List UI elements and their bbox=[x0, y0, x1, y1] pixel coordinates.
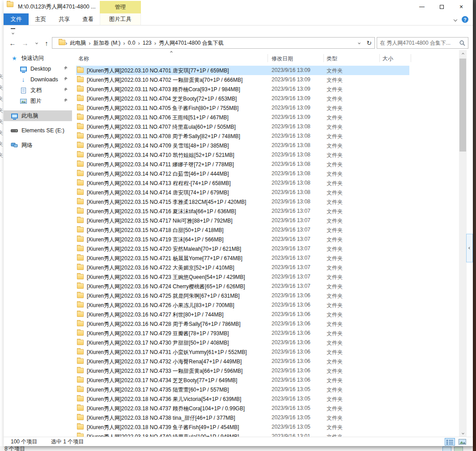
file-row[interactable]: [Xiuren秀人网]2022.03.15 NO.4715 李雅柔182CM[4… bbox=[74, 197, 459, 207]
file-row[interactable]: [Xiuren秀人网]2022.03.14 NO.4710 凯竹姐姐[52+1P… bbox=[74, 150, 459, 160]
file-row[interactable]: [Xiuren秀人网]2022.03.14 NO.4711 娜娜子呀[72+1P… bbox=[74, 160, 459, 169]
file-name: [Xiuren秀人网]2022.03.11 NO.4707 绮里嘉ula[60+… bbox=[87, 123, 267, 131]
column-header-date-modified[interactable]: 修改日期 bbox=[272, 55, 293, 63]
file-row[interactable]: [Xiuren秀人网]2022.03.15 NO.4720 安然Maleah[7… bbox=[74, 244, 459, 253]
file-row[interactable]: [Xiuren秀人网]2022.03.10 NO.4702 一颗甜蛋黄a[70+… bbox=[74, 75, 459, 84]
file-name: [Xiuren秀人网]2022.03.16 NO.4726 小果冻儿[83+1P… bbox=[87, 302, 267, 309]
file-row[interactable]: [Xiuren秀人网]2022.03.18 NO.4737 顾乔楠Cora[10… bbox=[74, 404, 459, 413]
search-input[interactable] bbox=[380, 40, 459, 46]
column-header-size[interactable]: 大小 bbox=[382, 55, 393, 63]
breadcrumb-drive[interactable]: 新加卷 (M:) bbox=[91, 39, 123, 47]
file-row[interactable]: [Xiuren秀人网]2022.03.17 NO.4729 豆瓣酱[78+1P … bbox=[74, 329, 459, 338]
file-row[interactable]: [Xiuren秀人网]2022.03.10 NO.4701 唐安琪[77+1P … bbox=[74, 66, 459, 75]
sidebar-item-desktop[interactable]: Desktop bbox=[4, 63, 72, 74]
file-row[interactable]: [Xiuren秀人网]2022.03.14 NO.4709 吴雪瑶[48+1P … bbox=[74, 141, 459, 150]
file-row[interactable]: [Xiuren秀人网]2022.03.18 NO.4738 tina_甜仔[46… bbox=[74, 413, 459, 422]
file-row[interactable]: [Xiuren秀人网]2022.03.17 NO.4732 小海臀Rena[47… bbox=[74, 357, 459, 366]
scrollbar-thumb[interactable] bbox=[459, 59, 466, 152]
file-name: [Xiuren秀人网]2022.03.14 NO.4713 程程程-[74+1P… bbox=[87, 180, 267, 187]
sidebar-item-elements-drive[interactable]: Elements SE (E:) bbox=[4, 125, 72, 136]
file-row[interactable]: [Xiuren秀人网]2022.03.16 NO.4726 小果冻儿[83+1P… bbox=[74, 300, 459, 310]
file-row[interactable]: [Xiuren秀人网]2022.03.17 NO.4731 小蛮妖Yummy[6… bbox=[74, 347, 459, 357]
tab-view[interactable]: 查看 bbox=[76, 13, 100, 25]
up-button[interactable]: ↑ bbox=[41, 38, 52, 48]
tab-picture-tools[interactable]: 图片工具 bbox=[100, 13, 141, 25]
file-row[interactable]: [Xiuren秀人网]2022.03.11 NO.4703 顾乔楠Cora[93… bbox=[74, 84, 459, 94]
breadcrumb-this-pc[interactable]: 此电脑 bbox=[68, 39, 88, 47]
file-row[interactable]: [Xiuren秀人网]2022.03.17 NO.4734 芝芝Booty[77… bbox=[74, 375, 459, 385]
scroll-up-icon[interactable] bbox=[459, 50, 467, 58]
maximize-button[interactable] bbox=[432, 0, 451, 13]
file-row[interactable]: [Xiuren秀人网]2022.03.17 NO.4730 尹甜甜[50+1P … bbox=[74, 338, 459, 347]
file-row[interactable]: [Xiuren秀人网]2022.03.16 NO.4725 就是阿朱啊[67+1… bbox=[74, 291, 459, 300]
file-row[interactable]: [Xiuren秀人网]2022.03.18 NO.4739 鱼子酱Fish[49… bbox=[74, 422, 459, 432]
file-row[interactable]: [Xiuren秀人网]2022.03.11 NO.4707 绮里嘉ula[60+… bbox=[74, 122, 459, 131]
file-row[interactable]: [Xiuren秀人网]2022.03.15 NO.4721 杨晨晨Yome[77… bbox=[74, 253, 459, 263]
column-header-name[interactable]: 名称 bbox=[78, 55, 89, 63]
file-row[interactable]: [Xiuren秀人网]2022.03.18 NO.4740 绮里嘉ula[100… bbox=[74, 432, 459, 437]
sidebar-item-quick-access[interactable]: ★ 快速访问 bbox=[4, 53, 72, 63]
file-date-modified: 2023/9/16 13:08 bbox=[272, 152, 310, 158]
file-row[interactable]: [Xiuren秀人网]2022.03.16 NO.4723 王婉悠Queen[5… bbox=[74, 272, 459, 282]
recent-locations-icon[interactable] bbox=[31, 38, 42, 48]
file-row[interactable]: [Xiuren秀人网]2022.03.15 NO.4717 Niki可雅[88+… bbox=[74, 216, 459, 225]
vertical-scrollbar[interactable] bbox=[459, 50, 467, 437]
file-row[interactable]: [Xiuren秀人网]2022.03.11 NO.4704 芝芝Booty[72… bbox=[74, 94, 459, 103]
address-dropdown-icon[interactable] bbox=[355, 42, 364, 44]
file-row[interactable]: [Xiuren秀人网]2022.03.14 NO.4714 唐安琪[74+1P … bbox=[74, 188, 459, 197]
breadcrumb-current-folder[interactable]: 秀人网4701-4800 合集下载 bbox=[157, 39, 226, 47]
column-header-type[interactable]: 类型 bbox=[327, 55, 337, 63]
search-box bbox=[377, 37, 468, 49]
file-row[interactable]: [Xiuren秀人网]2022.03.15 NO.4716 夏沫沫tifa[66… bbox=[74, 207, 459, 216]
scroll-down-icon[interactable] bbox=[459, 429, 467, 437]
refresh-button[interactable]: ↻ bbox=[364, 37, 375, 49]
file-type: 文件夹 bbox=[327, 189, 343, 197]
file-row[interactable]: [Xiuren秀人网]2022.03.14 NO.4712 白茹雪[46+1P … bbox=[74, 169, 459, 178]
close-button[interactable]: × bbox=[451, 0, 471, 13]
breadcrumb-folder-1[interactable]: 0.0 bbox=[126, 40, 138, 46]
expand-ribbon-icon[interactable] bbox=[454, 17, 457, 21]
preview-pane-expand-tab[interactable] bbox=[466, 234, 473, 262]
file-row[interactable]: [Xiuren秀人网]2022.03.17 NO.4733 一颗甜蛋黄a[66+… bbox=[74, 366, 459, 375]
file-row[interactable]: [Xiuren秀人网]2022.03.16 NO.4722 大美媚京[52+1P… bbox=[74, 263, 459, 272]
contextual-tab-group[interactable]: 管理 bbox=[100, 1, 141, 13]
file-row[interactable]: [Xiuren秀人网]2022.03.15 NO.4718 白甜[50+1P /… bbox=[74, 225, 459, 235]
file-name: [Xiuren秀人网]2022.03.17 NO.4729 豆瓣酱[78+1P … bbox=[87, 330, 267, 337]
quick-access-toolbar bbox=[4, 25, 473, 36]
file-row[interactable]: [Xiuren秀人网]2022.03.16 NO.4724 Cherry樱桃酱[… bbox=[74, 282, 459, 291]
file-date-modified: 2023/9/16 13:05 bbox=[272, 386, 310, 392]
file-row[interactable]: [Xiuren秀人网]2022.03.17 NO.4735 陆萱萱[60+1P … bbox=[74, 385, 459, 394]
file-row[interactable]: [Xiuren秀人网]2022.03.11 NO.4705 鱼子酱Fish[80… bbox=[74, 103, 459, 113]
customize-quick-access-icon[interactable] bbox=[11, 28, 15, 35]
file-row[interactable]: [Xiuren秀人网]2022.03.16 NO.4728 周于希Sally[7… bbox=[74, 319, 459, 329]
file-name: [Xiuren秀人网]2022.03.10 NO.4702 一颗甜蛋黄a[70+… bbox=[87, 76, 267, 84]
folder-icon bbox=[77, 124, 84, 129]
file-name: [Xiuren秀人网]2022.03.16 NO.4727 利世[80+1P /… bbox=[87, 311, 267, 319]
tab-home[interactable]: 主页 bbox=[29, 13, 52, 25]
file-row[interactable]: [Xiuren秀人网]2022.03.18 NO.4736 果儿Victoria… bbox=[74, 394, 459, 404]
file-row[interactable]: [Xiuren秀人网]2022.03.15 NO.4719 言沫[64+1P /… bbox=[74, 235, 459, 244]
file-row[interactable]: [Xiuren秀人网]2022.03.16 NO.4727 利世[80+1P /… bbox=[74, 310, 459, 319]
thumbnail-view-button[interactable] bbox=[457, 438, 468, 446]
details-view-icon bbox=[446, 439, 453, 445]
file-date-modified: 2023/9/16 13:08 bbox=[272, 189, 310, 195]
breadcrumb-folder-2[interactable]: 123 bbox=[140, 40, 154, 46]
sidebar-item-this-pc[interactable]: 此电脑 bbox=[4, 110, 72, 121]
back-button[interactable]: ← bbox=[7, 38, 18, 48]
file-row[interactable]: [Xiuren秀人网]2022.03.11 NO.4706 王雨纯[51+1P … bbox=[74, 113, 459, 122]
file-date-modified: 2023/9/16 13:07 bbox=[272, 283, 310, 289]
address-box[interactable]: › 此电脑 › 新加卷 (M:) › 0.0 › 123 › 秀人网4701-4… bbox=[52, 37, 364, 49]
help-icon[interactable]: ? bbox=[462, 16, 468, 23]
sidebar-item-network[interactable]: 网络 bbox=[4, 140, 72, 151]
forward-button[interactable]: → bbox=[20, 38, 30, 48]
details-view-button[interactable] bbox=[445, 438, 455, 446]
tab-share[interactable]: 共享 bbox=[52, 13, 76, 25]
sidebar-item-pictures[interactable]: 图片 bbox=[4, 96, 72, 106]
minimize-button[interactable]: — bbox=[412, 0, 432, 13]
file-row[interactable]: [Xiuren秀人网]2022.03.14 NO.4713 程程程-[74+1P… bbox=[74, 178, 459, 188]
file-row[interactable]: [Xiuren秀人网]2022.03.11 NO.4708 周于希Sally[8… bbox=[74, 131, 459, 141]
sidebar-item-downloads[interactable]: ↓ Downloads bbox=[4, 74, 72, 85]
tab-file[interactable]: 文件 bbox=[4, 13, 29, 25]
search-icon[interactable] bbox=[459, 40, 465, 46]
sidebar-item-documents[interactable]: 文档 bbox=[4, 85, 72, 96]
